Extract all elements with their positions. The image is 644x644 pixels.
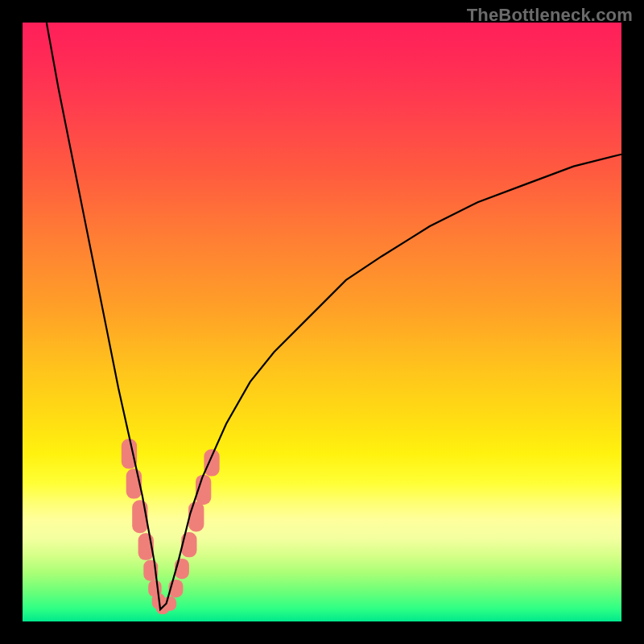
watermark-text: TheBottleneck.com bbox=[467, 5, 633, 26]
plot-area bbox=[23, 23, 621, 621]
chart-frame: TheBottleneck.com bbox=[0, 0, 644, 644]
curve-bead bbox=[181, 532, 196, 557]
curve-bead bbox=[204, 449, 219, 477]
curve-bead bbox=[188, 502, 204, 531]
bottleneck-curve-svg bbox=[23, 23, 621, 621]
